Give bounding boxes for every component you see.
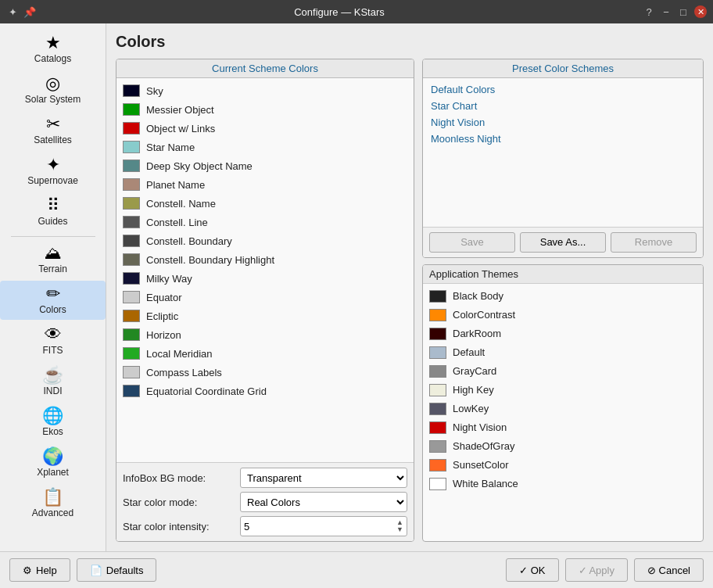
color-swatch [123, 235, 140, 247]
theme-item[interactable]: ShadeOfGray [423, 437, 703, 456]
theme-item[interactable]: Default [423, 343, 703, 362]
defaults-button[interactable]: 📄 Defaults [77, 558, 157, 582]
color-item[interactable]: Constell. Boundary Highlight [116, 250, 414, 269]
apply-button[interactable]: ✓ Apply [565, 558, 628, 582]
app-icon: ✦ [6, 5, 19, 18]
footer: ⚙ Help 📄 Defaults ✓ OK ✓ Apply ⊘ Cancel [0, 551, 713, 588]
theme-item[interactable]: SunsetColor [423, 456, 703, 475]
theme-label: Default [453, 346, 485, 358]
color-item[interactable]: Deep Sky Object Name [116, 156, 414, 175]
theme-item[interactable]: GrayCard [423, 362, 703, 381]
page-title: Colors [116, 33, 704, 51]
color-item[interactable]: Constell. Line [116, 213, 414, 231]
sidebar-item-colors[interactable]: ✏ Colors [0, 281, 106, 320]
color-item[interactable]: Milky Way [116, 269, 414, 288]
ok-button[interactable]: ✓ OK [506, 558, 558, 582]
cancel-button[interactable]: ⊘ Cancel [634, 558, 704, 582]
sidebar-item-advanced[interactable]: 📋 Advanced [0, 484, 106, 523]
themes-panel: Application Themes Black BodyColorContra… [422, 264, 704, 543]
color-item[interactable]: Constell. Name [116, 194, 414, 213]
color-label: Constell. Name [146, 198, 216, 210]
theme-item[interactable]: Night Vision [423, 418, 703, 437]
sidebar-item-ekos[interactable]: 🌐 Ekos [0, 403, 106, 442]
save-as-button[interactable]: Save As... [520, 232, 606, 253]
color-item[interactable]: Ecliptic [116, 307, 414, 325]
sidebar-item-catalogs[interactable]: ★ Catalogs [0, 30, 106, 69]
sidebar-item-fits[interactable]: 👁 FITS [0, 321, 106, 360]
color-item[interactable]: Constell. Boundary [116, 231, 414, 250]
color-item[interactable]: Star Name [116, 138, 414, 156]
theme-item[interactable]: High Key [423, 381, 703, 400]
theme-swatch [429, 384, 446, 396]
color-swatch [123, 141, 140, 153]
color-swatch [123, 216, 140, 228]
catalogs-icon: ★ [45, 34, 61, 52]
color-item[interactable]: Sky [116, 81, 414, 100]
theme-label: ColorContrast [453, 309, 515, 321]
theme-swatch [429, 403, 446, 415]
theme-item[interactable]: LowKey [423, 400, 703, 418]
theme-label: GrayCard [453, 365, 496, 377]
defaults-icon: 📄 [90, 565, 102, 576]
infobox-bg-select[interactable]: Transparent Opaque None [240, 468, 407, 488]
color-swatch [123, 84, 140, 97]
preset-item[interactable]: Default Colors [423, 81, 703, 98]
color-swatch [123, 122, 140, 134]
color-item[interactable]: Equatorial Coordinate Grid [116, 382, 414, 400]
sidebar-item-supernovae[interactable]: ✦ Supernovae [0, 152, 106, 191]
theme-item[interactable]: Black Body [423, 287, 703, 306]
help-icon[interactable]: ? [643, 5, 655, 18]
sidebar-label-advanced: Advanced [32, 507, 73, 518]
color-swatch [123, 103, 140, 116]
maximize-icon[interactable]: □ [677, 5, 690, 18]
preset-item[interactable]: Moonless Night [423, 131, 703, 147]
titlebar-left-icons: ✦ 📌 [6, 5, 36, 18]
current-scheme-header: Current Scheme Colors [116, 59, 414, 78]
color-item[interactable]: Object w/ Links [116, 119, 414, 138]
color-item[interactable]: Horizon [116, 325, 414, 344]
color-label: Milky Way [146, 273, 192, 285]
star-color-select[interactable]: Real Colors Solid Red Solid Black Solid … [240, 492, 407, 512]
panels-row: Current Scheme Colors SkyMessier ObjectO… [116, 59, 704, 542]
sidebar-item-terrain[interactable]: ⛰ Terrain [0, 240, 106, 279]
sidebar-item-solar-system[interactable]: ◎ Solar System [0, 70, 106, 109]
preset-item[interactable]: Star Chart [423, 98, 703, 114]
sidebar-label-catalogs: Catalogs [34, 53, 71, 64]
color-item[interactable]: Compass Labels [116, 363, 414, 382]
color-item[interactable]: Local Meridian [116, 344, 414, 363]
color-label: Object w/ Links [146, 123, 215, 134]
preset-item[interactable]: Night Vision [423, 114, 703, 131]
window-title: Configure — KStars [36, 6, 643, 18]
color-item[interactable]: Messier Object [116, 100, 414, 119]
sidebar-item-satellites[interactable]: ✂ Satellites [0, 111, 106, 150]
sidebar-item-xplanet[interactable]: 🌍 Xplanet [0, 443, 106, 482]
theme-swatch [429, 290, 446, 303]
theme-item[interactable]: White Balance [423, 475, 703, 493]
theme-label: Night Vision [453, 421, 507, 433]
color-label: Equatorial Coordinate Grid [146, 385, 267, 397]
pin-icon: 📌 [23, 5, 36, 18]
color-label: Star Name [146, 142, 195, 153]
color-label: Ecliptic [146, 310, 178, 322]
theme-item[interactable]: DarkRoom [423, 324, 703, 343]
star-color-label: Star color mode: [123, 497, 240, 508]
color-item[interactable]: Equator [116, 288, 414, 307]
color-swatch [123, 385, 140, 397]
help-button[interactable]: ⚙ Help [9, 558, 70, 582]
terrain-icon: ⛰ [45, 245, 62, 262]
sidebar-item-guides[interactable]: ⠿ Guides [0, 192, 106, 231]
color-item[interactable]: Planet Name [116, 175, 414, 194]
supernovae-icon: ✦ [46, 156, 60, 174]
theme-swatch [429, 309, 446, 321]
theme-item[interactable]: ColorContrast [423, 306, 703, 324]
sidebar-item-indi[interactable]: ☕ INDI [0, 362, 106, 401]
close-icon[interactable]: ✕ [694, 5, 707, 18]
minimize-icon[interactable]: − [660, 5, 672, 18]
remove-button[interactable]: Remove [611, 232, 697, 253]
satellites-icon: ✂ [46, 116, 60, 133]
theme-label: DarkRoom [453, 328, 501, 339]
save-button[interactable]: Save [429, 232, 515, 253]
right-panel: Preset Color Schemes Default ColorsStar … [422, 59, 704, 542]
colors-icon: ✏ [46, 285, 60, 303]
star-intensity-spinbox[interactable]: 5 ▲ ▼ [240, 516, 407, 536]
